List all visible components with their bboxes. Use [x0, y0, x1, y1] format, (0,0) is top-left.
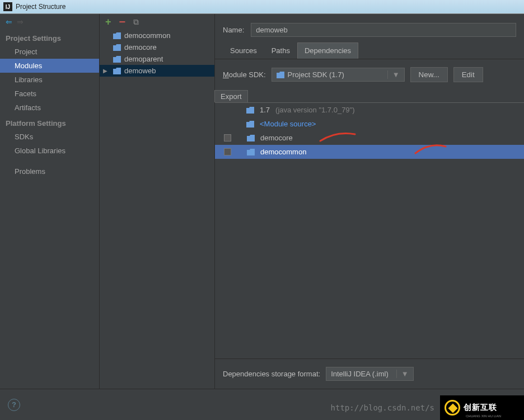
copy-icon[interactable]: ⧉ [133, 17, 139, 27]
dep-name: democommon [260, 148, 306, 156]
add-icon[interactable]: + [105, 16, 111, 28]
folder-icon [113, 56, 121, 63]
dep-item-module-source[interactable]: <Module source> [215, 117, 524, 131]
bottom-bar: ? http://blog.csdn.net/s 创新互联 CHUANG XIN… [0, 389, 524, 420]
section-platform-settings: Platform Settings [0, 115, 99, 130]
folder-icon [113, 44, 121, 51]
folder-icon [277, 72, 284, 78]
storage-value: IntelliJ IDEA (.iml) [331, 370, 389, 378]
storage-label: Dependencies storage format: [223, 370, 320, 378]
sdk-value: Project SDK (1.7) [288, 70, 344, 79]
dep-item-democore[interactable]: democore [215, 131, 524, 145]
title-bar: IJ Project Structure [0, 0, 524, 14]
nav-modules[interactable]: Modules [0, 59, 99, 73]
window-title: Project Structure [16, 3, 66, 11]
dep-name: 1.7 [260, 106, 270, 114]
module-item-democore[interactable]: democore [100, 41, 214, 53]
new-button[interactable]: New... [410, 67, 448, 82]
dep-version: (java version "1.7.0_79") [275, 106, 354, 114]
nav-artifacts[interactable]: Artifacts [0, 101, 99, 115]
module-list-panel: + − ⧉ democommon democore demoparent ▶ d… [100, 14, 215, 389]
tabs: Sources Paths Dependencies [215, 43, 524, 59]
export-header: Export [214, 90, 248, 102]
dep-item-democommon[interactable]: democommon [215, 145, 524, 159]
watermark-logo-icon [445, 400, 460, 416]
forward-icon: ⇒ [17, 17, 24, 26]
expand-arrow-icon[interactable]: ▶ [103, 68, 107, 74]
detail-panel: Name: Sources Paths Dependencies Module … [215, 14, 524, 389]
nav-sdks[interactable]: SDKs [0, 130, 99, 144]
folder-icon [113, 32, 121, 39]
app-icon: IJ [3, 2, 12, 11]
dep-item-sdk[interactable]: 1.7 (java version "1.7.0_79") [215, 103, 524, 117]
watermark-sub: CHUANG XIN HU LIAN [466, 414, 501, 418]
module-name-input[interactable] [251, 23, 516, 37]
module-label: democommon [124, 31, 170, 40]
storage-format-select[interactable]: IntelliJ IDEA (.iml) ▼ [326, 367, 413, 381]
sdk-label: Module SDK: [223, 70, 266, 79]
sdk-select[interactable]: Project SDK (1.7) ▼ [272, 68, 405, 82]
dropdown-icon: ▼ [396, 370, 409, 378]
dep-name: <Module source> [260, 120, 316, 128]
tab-sources[interactable]: Sources [223, 43, 264, 59]
nav-libraries[interactable]: Libraries [0, 73, 99, 87]
export-checkbox[interactable] [224, 134, 231, 141]
remove-icon[interactable]: − [119, 16, 126, 29]
folder-icon [246, 107, 254, 114]
module-label: democore [124, 43, 157, 51]
help-icon[interactable]: ? [8, 399, 20, 411]
folder-icon [247, 149, 255, 155]
nav-project[interactable]: Project [0, 45, 99, 59]
nav-facets[interactable]: Facets [0, 87, 99, 101]
module-item-demoparent[interactable]: demoparent [100, 53, 214, 65]
settings-sidebar: ⇐ ⇒ Project Settings Project Modules Lib… [0, 14, 100, 389]
nav-problems[interactable]: Problems [0, 164, 99, 178]
module-item-democommon[interactable]: democommon [100, 30, 214, 41]
tab-paths[interactable]: Paths [264, 43, 297, 59]
watermark-url: http://blog.csdn.net/s [331, 403, 434, 412]
nav-arrows: ⇐ ⇒ [0, 14, 99, 30]
tab-dependencies[interactable]: Dependencies [297, 43, 358, 59]
module-label: demoweb [124, 67, 156, 75]
dropdown-icon: ▼ [387, 70, 400, 79]
nav-global-libraries[interactable]: Global Libraries [0, 144, 99, 158]
folder-icon [246, 121, 254, 128]
module-label: demoparent [124, 55, 163, 63]
module-item-demoweb[interactable]: ▶ demoweb [100, 65, 214, 77]
folder-icon [113, 68, 121, 74]
dependencies-list: 1.7 (java version "1.7.0_79") <Module so… [215, 102, 524, 358]
dep-name: democore [260, 134, 293, 142]
module-toolbar: + − ⧉ [100, 14, 214, 30]
watermark-logo: 创新互联 CHUANG XIN HU LIAN [440, 395, 524, 420]
edit-button[interactable]: Edit [453, 67, 483, 82]
name-label: Name: [223, 26, 244, 34]
back-icon[interactable]: ⇐ [6, 17, 12, 26]
export-checkbox[interactable] [224, 148, 231, 155]
folder-icon [247, 135, 255, 141]
watermark-brand: 创新互联 [464, 403, 497, 413]
section-project-settings: Project Settings [0, 30, 99, 45]
